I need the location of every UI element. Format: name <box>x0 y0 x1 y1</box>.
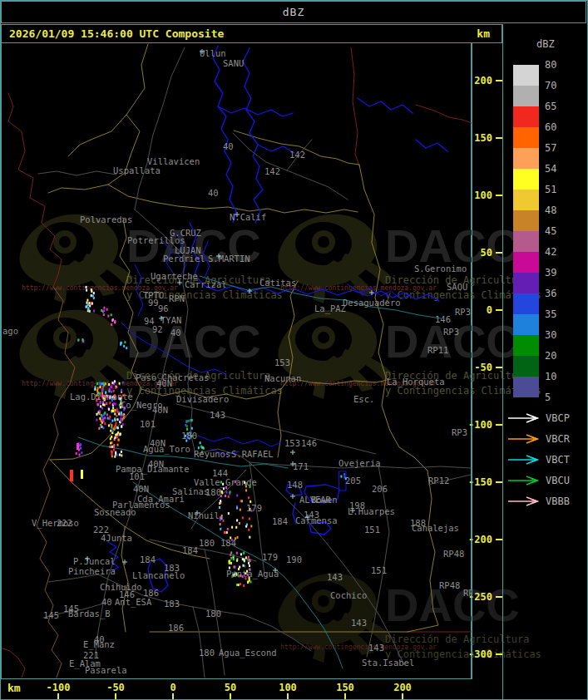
echo-pixel <box>111 313 112 316</box>
echo-pixel <box>243 552 245 555</box>
echo-pixel <box>101 309 102 312</box>
radar-app-window: dBZ 2026/01/09 15:46:00 UTC Composite km… <box>0 0 588 700</box>
echo-pixel <box>79 454 81 456</box>
echo-pixel <box>100 402 101 404</box>
timestamp-text: 2026/01/09 15:46:00 UTC Composite <box>9 27 477 40</box>
map-place-label: P.Juncal <box>73 556 116 566</box>
echo-pixel <box>101 407 103 410</box>
right-axis-label: -300 <box>464 648 492 660</box>
map-bottom-border <box>1 678 472 679</box>
map-place-label: 153 <box>274 357 290 367</box>
map-place-label: Ullun <box>200 48 226 58</box>
map-place-label: RP3 <box>443 327 459 337</box>
echo-pixel <box>117 444 119 446</box>
echo-pixel <box>88 308 90 311</box>
echo-pixel <box>109 388 111 391</box>
map-place-label: 40 <box>94 634 105 644</box>
right-axis-label: 50 <box>464 247 492 259</box>
map-place-label: 40N <box>150 438 166 448</box>
map-place-label: G.CRUZ <box>170 228 201 238</box>
map-place-label: La_PAZ <box>314 303 346 314</box>
echo-pixel <box>239 522 240 525</box>
echo-pixel <box>114 456 116 458</box>
echo-pixel <box>230 562 232 564</box>
echo-pixel <box>219 502 220 505</box>
map-place-label: Sosneado <box>94 507 136 517</box>
echo-pixel <box>78 339 80 342</box>
map-place-label: 144 <box>212 468 228 478</box>
echo-pixel <box>106 308 108 311</box>
bottom-axis-label: 50 <box>225 682 236 693</box>
map-place-label: Perdriel <box>163 254 205 264</box>
vector-label: VBCU <box>546 475 570 486</box>
bottom-axis-tick <box>402 693 403 699</box>
right-axis-tick <box>496 309 502 311</box>
bottom-axis-label: -100 <box>47 682 71 693</box>
echo-pixel <box>111 386 112 388</box>
right-axis-tick <box>496 195 502 196</box>
vector-legend-row: VBCT <box>506 453 570 466</box>
echo-pixel <box>219 506 220 509</box>
title-bar: dBZ <box>1 1 586 23</box>
map-place-label: Pincheira <box>68 566 116 576</box>
scale-swatch <box>513 293 539 314</box>
echo-pixel <box>221 515 223 517</box>
vector-legend-row: VBBB <box>506 495 570 508</box>
echo-pixel <box>250 525 252 527</box>
map-place-label: Divisadero <box>176 394 229 404</box>
echo-pixel <box>119 382 121 385</box>
map-place-label: 99 <box>148 298 159 308</box>
echo-pixel <box>114 320 116 323</box>
scale-swatch <box>513 86 539 106</box>
map-place-label: Esc. <box>353 394 374 404</box>
map-place-label: 180 <box>199 538 215 548</box>
echo-pixel <box>121 342 122 344</box>
right-axis-tick <box>496 80 502 81</box>
echo-pixel <box>236 495 238 497</box>
scale-tick-label: 45 <box>545 225 556 237</box>
vector-label: VBCR <box>546 433 570 445</box>
scale-tick-label: 35 <box>545 308 556 320</box>
svg-text:http://www.contingencias.mendo: http://www.contingencias.mendoza.gov.ar <box>280 643 437 651</box>
right-axis-label: 100 <box>464 190 492 201</box>
scale-swatch <box>513 106 539 127</box>
svg-text:http://www.contingencias.mendo: http://www.contingencias.mendoza.gov.ar <box>280 284 437 292</box>
map-place-label: Reyunos <box>194 449 230 459</box>
echo-pixel <box>113 449 115 451</box>
echo-pixel <box>93 297 95 299</box>
map-place-label: 4Junta <box>101 533 132 543</box>
right-axis-label: -200 <box>464 534 492 545</box>
scale-tick-label: 80 <box>545 59 556 71</box>
scale-swatch <box>513 252 539 273</box>
map-place-label: 142 <box>289 150 305 160</box>
map-place-label: 101 <box>129 471 145 481</box>
bottom-axis-label: -50 <box>106 682 125 693</box>
scale-swatch <box>513 190 539 210</box>
echo-pixel <box>228 512 230 515</box>
echo-pixel <box>114 436 116 439</box>
echo-pixel <box>111 436 112 438</box>
map-place-label: Carmensa <box>295 515 338 525</box>
echo-pixel <box>86 299 88 302</box>
km-unit-top: km <box>477 27 490 40</box>
bottom-axis-tick <box>115 693 116 699</box>
map-place-label: 143 <box>210 410 225 420</box>
echo-pixel <box>116 415 117 417</box>
echo-pixel <box>99 412 101 415</box>
map-place-label: S.MARTIN <box>208 254 250 264</box>
scale-tick-label: 10 <box>545 371 556 382</box>
right-axis-label: 0 <box>464 304 492 316</box>
echo-pixel <box>107 417 109 420</box>
echo-pixel <box>100 426 101 428</box>
echo-pixel <box>108 424 110 426</box>
map-right-border <box>472 42 472 679</box>
echo-pixel <box>223 487 225 490</box>
scale-tick-label: 39 <box>545 267 556 279</box>
map-top-border <box>1 42 472 43</box>
map-place-label: 40N <box>133 484 149 494</box>
vector-legend-row: VBCP <box>506 412 570 425</box>
echo-pixel <box>109 402 111 404</box>
map-place-label: 180 <box>205 609 221 619</box>
echo-pixel <box>230 490 231 493</box>
bottom-axis-label: 100 <box>279 682 297 693</box>
